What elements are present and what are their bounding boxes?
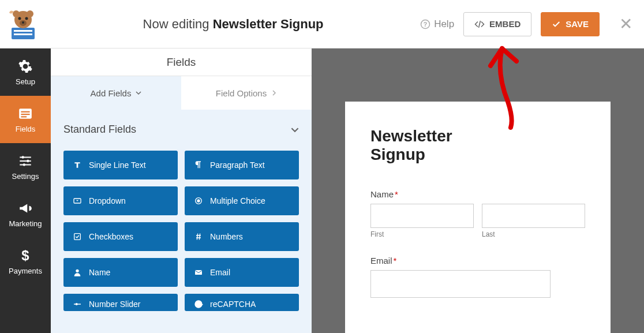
email-label: Email* [370, 256, 585, 265]
sidebar-label: Marketing [9, 219, 42, 228]
svg-point-6 [18, 17, 21, 20]
svg-point-24 [76, 270, 78, 272]
sidebar-item-payments[interactable]: $ Payments [0, 238, 51, 285]
app-logo [6, 7, 40, 42]
field-recaptcha[interactable]: reCAPTCHA [185, 294, 299, 311]
svg-point-26 [76, 303, 78, 305]
svg-point-18 [23, 163, 25, 166]
tab-field-options[interactable]: Field Options [181, 76, 312, 110]
first-sublabel: First [370, 230, 474, 238]
field-numbers[interactable]: Numbers [185, 222, 299, 251]
sidebar-item-settings[interactable]: Settings [0, 143, 51, 190]
svg-rect-13 [21, 111, 29, 112]
field-email[interactable]: Email [185, 258, 299, 287]
field-multiple-choice[interactable]: Multiple Choice [185, 186, 299, 215]
recaptcha-icon [194, 300, 203, 309]
panel-title: Fields [51, 48, 312, 76]
dropdown-icon [73, 196, 82, 205]
form-title: Newsletter Signup [370, 127, 486, 164]
first-name-input[interactable] [370, 204, 474, 228]
svg-rect-25 [195, 270, 202, 275]
chevron-right-icon [271, 90, 277, 96]
sidebar-label: Setup [16, 77, 35, 86]
sidebar-label: Fields [16, 125, 36, 133]
svg-point-16 [22, 156, 24, 158]
field-checkboxes[interactable]: Checkboxes [63, 222, 178, 251]
embed-button[interactable]: EMBED [463, 12, 531, 36]
checkbox-icon [73, 232, 82, 241]
svg-point-22 [197, 199, 200, 202]
email-input[interactable] [370, 270, 551, 298]
editing-label: Now editing Newsletter Signup [46, 17, 420, 32]
envelope-icon [194, 268, 203, 277]
field-single-line-text[interactable]: Single Line Text [63, 151, 178, 179]
last-name-input[interactable] [482, 204, 585, 228]
sliders-icon [18, 154, 33, 169]
sidebar-label: Settings [12, 172, 39, 181]
svg-rect-2 [14, 33, 32, 35]
preview-area: Newsletter Signup Name* First Last Email… [312, 48, 644, 333]
help-link[interactable]: ? Help [420, 18, 454, 30]
chevron-down-icon [291, 126, 299, 134]
field-paragraph-text[interactable]: Paragraph Text [185, 151, 299, 179]
chevron-down-icon [136, 90, 141, 96]
svg-text:?: ? [424, 20, 427, 27]
field-name[interactable]: Name [63, 258, 178, 287]
sidebar-item-setup[interactable]: Setup [0, 48, 51, 96]
paragraph-icon [194, 160, 203, 170]
svg-point-4 [13, 10, 20, 17]
field-number-slider[interactable]: Number Slider [63, 294, 178, 311]
help-icon: ? [420, 19, 430, 29]
svg-rect-15 [21, 116, 27, 117]
field-group-header[interactable]: Standard Fields [63, 124, 299, 136]
check-icon [552, 20, 561, 29]
svg-point-7 [25, 17, 28, 20]
svg-text:$: $ [21, 248, 29, 263]
gear-icon [18, 59, 33, 74]
svg-rect-1 [14, 30, 32, 32]
hash-icon [194, 232, 203, 241]
dollar-icon: $ [18, 248, 33, 263]
sidebar: Setup Fields Settings Marketing $ Paymen… [0, 48, 51, 333]
sidebar-item-marketing[interactable]: Marketing [0, 190, 51, 238]
close-button[interactable]: ✕ [619, 14, 632, 33]
text-icon [73, 160, 82, 170]
field-dropdown[interactable]: Dropdown [63, 186, 178, 215]
tab-add-fields[interactable]: Add Fields [51, 76, 181, 110]
svg-point-9 [22, 21, 24, 24]
sidebar-item-fields[interactable]: Fields [0, 96, 51, 143]
slider-icon [73, 300, 82, 309]
code-icon [474, 19, 485, 29]
form-preview[interactable]: Newsletter Signup Name* First Last Email… [345, 102, 611, 333]
svg-rect-14 [21, 114, 29, 115]
svg-point-5 [27, 10, 33, 17]
list-icon [18, 106, 33, 121]
name-label: Name* [370, 189, 585, 199]
last-sublabel: Last [482, 230, 585, 238]
sidebar-label: Payments [9, 267, 42, 275]
save-button[interactable]: SAVE [541, 12, 600, 36]
radio-icon [194, 196, 203, 205]
svg-rect-23 [74, 234, 81, 240]
bullhorn-icon [18, 201, 33, 216]
svg-point-17 [27, 159, 29, 162]
user-icon [73, 268, 82, 277]
